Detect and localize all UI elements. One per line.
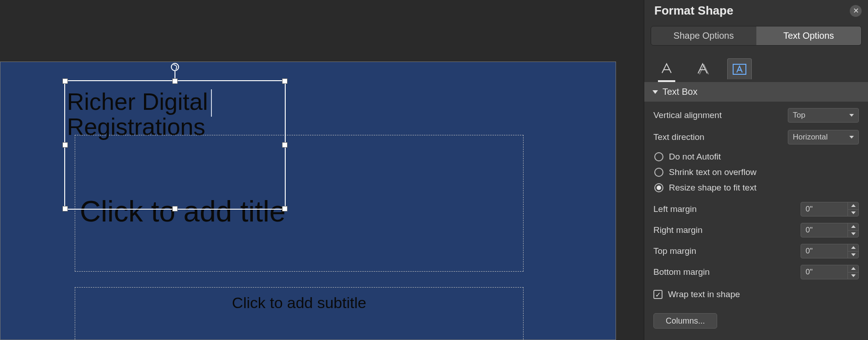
radio-label: Do not Autofit <box>669 152 721 162</box>
bottom-margin-stepper[interactable]: 0" <box>801 265 859 279</box>
panel-title: Format Shape <box>654 4 733 18</box>
text-direction-label: Text direction <box>653 132 704 142</box>
resize-handle-ml[interactable] <box>62 142 68 148</box>
subtitle-placeholder[interactable]: Click to add subtitle <box>75 287 524 340</box>
textbox-text[interactable]: Richer Digital Registrations <box>67 89 208 139</box>
format-shape-panel: Format Shape ✕ Shape Options Text Option… <box>644 0 868 340</box>
columns-button-label: Columns... <box>666 316 705 326</box>
rotation-handle-icon[interactable] <box>171 63 179 71</box>
text-fill-icon <box>659 62 674 76</box>
stepper-down-button[interactable] <box>848 231 858 237</box>
row-top-margin: Top margin 0" <box>653 244 859 258</box>
radio-do-not-autofit[interactable]: Do not Autofit <box>654 152 859 162</box>
margin-rows: Left margin 0" Right margin 0" <box>653 202 859 279</box>
text-direction-value: Horizontal <box>793 133 828 142</box>
text-effects-tab[interactable] <box>691 58 715 79</box>
slide-workspace: Click to add title Click to add subtitle… <box>0 0 644 340</box>
options-tabs: Shape Options Text Options <box>651 26 862 46</box>
selected-textbox[interactable]: Richer Digital Registrations <box>64 80 286 210</box>
bottom-margin-value: 0" <box>801 265 847 279</box>
row-vertical-alignment: Vertical alignment Top <box>653 108 859 123</box>
left-margin-stepper[interactable]: 0" <box>801 202 859 216</box>
tab-text-options[interactable]: Text Options <box>756 26 862 45</box>
chevron-up-icon <box>851 246 856 249</box>
bottom-margin-label: Bottom margin <box>653 267 710 277</box>
radio-icon <box>654 152 663 161</box>
resize-handle-tm[interactable] <box>172 78 178 84</box>
resize-handle-bl[interactable] <box>62 206 68 211</box>
resize-handle-tl[interactable] <box>62 78 68 84</box>
stepper-buttons <box>847 265 858 279</box>
radio-resize-to-fit[interactable]: Resize shape to fit text <box>654 183 859 193</box>
chevron-down-icon <box>851 274 856 277</box>
right-margin-stepper[interactable]: 0" <box>801 223 859 237</box>
radio-label: Shrink text on overflow <box>669 167 756 177</box>
right-margin-value: 0" <box>801 223 847 237</box>
close-icon: ✕ <box>853 6 859 15</box>
chevron-down-icon <box>851 232 856 235</box>
section-textbox-body: Vertical alignment Top Text direction Ho… <box>644 102 868 333</box>
text-fill-outline-tab[interactable] <box>654 58 679 79</box>
vertical-alignment-label: Vertical alignment <box>653 110 722 120</box>
top-margin-label: Top margin <box>653 246 696 256</box>
chevron-down-icon <box>849 114 854 117</box>
section-textbox-header[interactable]: Text Box <box>644 82 868 102</box>
top-margin-value: 0" <box>801 244 847 258</box>
underline-icon <box>658 80 675 82</box>
stepper-up-button[interactable] <box>848 265 858 273</box>
text-caret <box>211 89 212 117</box>
chevron-down-icon <box>652 90 658 94</box>
wrap-text-label: Wrap text in shape <box>668 289 740 299</box>
vertical-alignment-value: Top <box>793 111 805 120</box>
row-bottom-margin: Bottom margin 0" <box>653 265 859 279</box>
stepper-down-button[interactable] <box>848 210 858 216</box>
resize-handle-tr[interactable] <box>282 78 288 84</box>
checkbox-icon <box>653 290 663 299</box>
radio-label: Resize shape to fit text <box>669 183 756 193</box>
chevron-up-icon <box>851 204 856 207</box>
stepper-buttons <box>847 244 858 258</box>
stepper-buttons <box>847 223 858 237</box>
left-margin-label: Left margin <box>653 204 697 214</box>
right-margin-label: Right margin <box>653 225 703 235</box>
radio-icon <box>654 183 663 192</box>
stepper-buttons <box>847 202 858 216</box>
chevron-up-icon <box>851 225 856 228</box>
panel-header: Format Shape ✕ <box>644 0 868 26</box>
chevron-down-icon <box>849 136 854 139</box>
text-direction-dropdown[interactable]: Horizontal <box>788 130 859 144</box>
slide[interactable]: Click to add title Click to add subtitle… <box>0 62 616 340</box>
chevron-down-icon <box>851 211 856 214</box>
stepper-up-button[interactable] <box>848 244 858 252</box>
row-right-margin: Right margin 0" <box>653 223 859 237</box>
left-margin-value: 0" <box>801 202 847 216</box>
radio-icon <box>654 168 663 177</box>
autofit-radio-group: Do not Autofit Shrink text on overflow R… <box>653 152 859 193</box>
row-left-margin: Left margin 0" <box>653 202 859 216</box>
textbox-tab[interactable] <box>727 58 752 79</box>
close-panel-button[interactable]: ✕ <box>850 5 862 17</box>
text-effects-icon <box>696 62 710 76</box>
radio-shrink-on-overflow[interactable]: Shrink text on overflow <box>654 167 859 177</box>
top-margin-stepper[interactable]: 0" <box>801 244 859 258</box>
chevron-down-icon <box>851 253 856 256</box>
section-textbox-label: Text Box <box>663 87 698 97</box>
subtitle-placeholder-text: Click to add subtitle <box>75 294 523 312</box>
vertical-alignment-dropdown[interactable]: Top <box>788 108 859 123</box>
chevron-up-icon <box>851 267 856 270</box>
columns-button[interactable]: Columns... <box>653 313 717 329</box>
stepper-down-button[interactable] <box>848 252 858 258</box>
row-text-direction: Text direction Horizontal <box>653 130 859 144</box>
stepper-up-button[interactable] <box>848 202 858 210</box>
resize-handle-br[interactable] <box>282 206 288 211</box>
tab-shape-options[interactable]: Shape Options <box>651 26 756 45</box>
textbox-icon <box>732 62 747 76</box>
resize-handle-mr[interactable] <box>282 142 288 148</box>
text-option-icon-tabs <box>644 54 868 79</box>
stepper-up-button[interactable] <box>848 223 858 231</box>
stepper-down-button[interactable] <box>848 273 858 279</box>
resize-handle-bm[interactable] <box>172 206 178 211</box>
wrap-text-checkbox-row[interactable]: Wrap text in shape <box>653 289 859 299</box>
